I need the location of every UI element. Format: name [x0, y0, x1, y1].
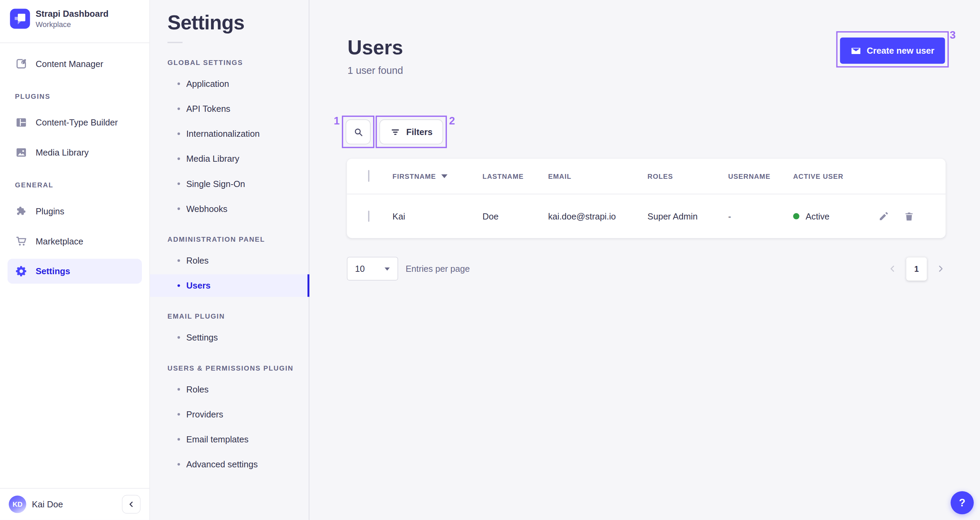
- subnav-item-label: Webhooks: [186, 204, 228, 214]
- page-subtitle: 1 user found: [347, 65, 403, 76]
- bullet-icon: [177, 259, 180, 262]
- column-header-roles[interactable]: ROLES: [648, 172, 728, 180]
- subnav-item-providers[interactable]: Providers: [150, 403, 309, 426]
- cell-username: -: [728, 211, 793, 221]
- cell-active-user: Active: [793, 211, 865, 221]
- annotation-number-3: 3: [950, 30, 955, 41]
- sidebar-item-label: Content Manager: [35, 59, 103, 69]
- collapse-sidebar-button[interactable]: [122, 495, 140, 514]
- select-all-checkbox[interactable]: [368, 170, 370, 182]
- sidebar-item-content-manager[interactable]: Content Manager: [8, 51, 142, 76]
- subnav-section-email-plugin: EMAIL PLUGIN Settings: [150, 312, 309, 349]
- next-page-icon[interactable]: [936, 264, 945, 273]
- content-type-builder-icon: [15, 116, 28, 129]
- list-toolbar: 1 Filters 2: [309, 119, 980, 144]
- subnav-item-label: Settings: [186, 332, 218, 342]
- column-header-active-user[interactable]: ACTIVE USER: [793, 172, 865, 180]
- subnav-item-label: Users: [186, 281, 211, 291]
- sidebar-item-label: Media Library: [35, 147, 89, 157]
- subnav-title: Settings: [167, 11, 309, 35]
- sidebar-item-marketplace[interactable]: Marketplace: [8, 229, 142, 254]
- page-size-select[interactable]: 10: [347, 257, 398, 280]
- subnav-title-divider: [167, 42, 183, 43]
- cell-roles: Super Admin: [648, 211, 728, 221]
- subnav-item-advanced-settings[interactable]: Advanced settings: [150, 453, 309, 475]
- subnav-item-single-sign-on[interactable]: Single Sign-On: [150, 172, 309, 195]
- column-header-label: ROLES: [648, 172, 673, 180]
- subnav-item-label: Application: [186, 79, 229, 89]
- subnav-item-label: Providers: [186, 409, 223, 419]
- user-name[interactable]: Kai Doe: [32, 499, 63, 509]
- sidebar-section-general: GENERAL: [15, 181, 134, 189]
- edit-icon[interactable]: [878, 211, 889, 221]
- subnav-item-webhooks[interactable]: Webhooks: [150, 197, 309, 220]
- column-header-label: USERNAME: [728, 172, 770, 180]
- chevron-down-icon: [384, 267, 390, 270]
- settings-subnav: Settings GLOBAL SETTINGS Application API…: [150, 0, 309, 520]
- main-sidebar: Strapi Dashboard Workplace Content Manag…: [0, 0, 150, 520]
- column-header-label: ACTIVE USER: [793, 172, 843, 180]
- sidebar-footer: KD Kai Doe: [0, 488, 150, 520]
- sidebar-item-content-type-builder[interactable]: Content-Type Builder: [8, 110, 142, 135]
- create-new-user-button[interactable]: Create new user: [840, 38, 945, 64]
- delete-icon[interactable]: [904, 211, 914, 221]
- subnav-item-internationalization[interactable]: Internationalization: [150, 122, 309, 145]
- page-size-value: 10: [355, 264, 364, 274]
- page-number-button[interactable]: 1: [906, 257, 927, 280]
- bullet-icon: [177, 438, 180, 440]
- workspace-brand[interactable]: Strapi Dashboard Workplace: [0, 0, 150, 36]
- sort-desc-caret-icon[interactable]: [441, 174, 447, 178]
- mail-icon: [850, 46, 861, 56]
- subnav-item-admin-users[interactable]: Users: [150, 274, 309, 297]
- subnav-item-email-settings[interactable]: Settings: [150, 326, 309, 349]
- subnav-item-admin-roles[interactable]: Roles: [150, 249, 309, 272]
- column-header-firstname[interactable]: FIRSTNAME: [393, 172, 482, 180]
- bullet-icon: [177, 83, 180, 85]
- subnav-item-email-templates[interactable]: Email templates: [150, 428, 309, 451]
- column-header-lastname[interactable]: LASTNAME: [482, 172, 548, 180]
- bullet-icon: [177, 285, 180, 287]
- user-avatar[interactable]: KD: [9, 495, 26, 513]
- subnav-section-administration-panel: ADMINISTRATION PANEL Roles Users: [150, 235, 309, 297]
- marketplace-icon: [15, 235, 28, 248]
- previous-page-icon[interactable]: [888, 264, 897, 273]
- column-header-username[interactable]: USERNAME: [728, 172, 793, 180]
- sidebar-item-plugins[interactable]: Plugins: [8, 199, 142, 224]
- sidebar-item-media-library[interactable]: Media Library: [8, 140, 142, 165]
- subnav-item-application[interactable]: Application: [150, 73, 309, 95]
- plugins-icon: [15, 205, 28, 218]
- filters-button[interactable]: Filters: [379, 119, 443, 144]
- filter-icon: [390, 127, 401, 137]
- column-header-label: FIRSTNAME: [393, 172, 436, 180]
- help-button[interactable]: ?: [951, 491, 974, 515]
- annotation-number-2: 2: [449, 116, 455, 126]
- strapi-logo-icon: [10, 9, 30, 29]
- sidebar-section-plugins: PLUGINS: [15, 93, 134, 100]
- column-header-email[interactable]: EMAIL: [548, 172, 648, 180]
- sidebar-item-settings[interactable]: Settings: [8, 259, 142, 284]
- bullet-icon: [177, 388, 180, 390]
- table-row[interactable]: Kai Doe kai.doe@strapi.io Super Admin - …: [347, 194, 945, 238]
- active-status-dot: [793, 213, 799, 219]
- bullet-icon: [177, 463, 180, 465]
- search-icon: [353, 127, 363, 137]
- sidebar-item-label: Content-Type Builder: [35, 118, 118, 127]
- subnav-section-users-permissions: USERS & PERMISSIONS PLUGIN Roles Provide…: [150, 364, 309, 475]
- brand-subtitle: Workplace: [35, 20, 108, 29]
- subnav-section-label: EMAIL PLUGIN: [167, 312, 309, 320]
- row-checkbox[interactable]: [368, 211, 370, 222]
- bullet-icon: [177, 336, 180, 339]
- subnav-item-api-tokens[interactable]: API Tokens: [150, 97, 309, 120]
- cell-email: kai.doe@strapi.io: [548, 211, 648, 221]
- subnav-item-label: Single Sign-On: [186, 179, 245, 189]
- bullet-icon: [177, 183, 180, 185]
- search-button[interactable]: [346, 119, 371, 144]
- entries-per-page-label: Entries per page: [406, 264, 470, 274]
- bullet-icon: [177, 157, 180, 160]
- subnav-item-up-roles[interactable]: Roles: [150, 378, 309, 401]
- subnav-item-media-library[interactable]: Media Library: [150, 147, 309, 170]
- subnav-item-label: Advanced settings: [186, 459, 258, 469]
- subnav-section-label: GLOBAL SETTINGS: [167, 59, 309, 66]
- column-header-label: EMAIL: [548, 172, 571, 180]
- table-header-row: FIRSTNAME LASTNAME EMAIL ROLES USERNAME …: [347, 159, 945, 194]
